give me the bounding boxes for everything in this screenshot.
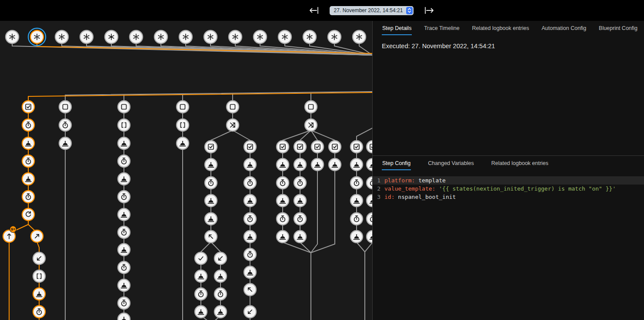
graph-node-service[interactable] xyxy=(214,306,227,318)
graph-node-timer[interactable] xyxy=(214,288,227,300)
graph-node-timer[interactable] xyxy=(118,261,130,274)
graph-node-service[interactable] xyxy=(118,137,130,149)
tab-step-details[interactable]: Step Details xyxy=(382,25,412,35)
next-run-button[interactable] xyxy=(423,6,435,15)
graph-node-square[interactable] xyxy=(227,101,239,113)
graph-node-service[interactable] xyxy=(195,270,207,282)
graph-node-square[interactable] xyxy=(305,101,317,113)
graph-node-trigger[interactable] xyxy=(254,30,267,43)
graph-node-arrow-up[interactable]: 9+ xyxy=(3,226,17,243)
previous-run-button[interactable] xyxy=(308,6,320,15)
graph-node-split[interactable] xyxy=(227,119,239,131)
graph-node-condition[interactable] xyxy=(294,141,306,153)
graph-node-service[interactable] xyxy=(244,158,256,171)
tab-related-logbook-entries[interactable]: Related logbook entries xyxy=(471,25,529,35)
graph-node-timer[interactable] xyxy=(244,213,256,225)
graph-node-service[interactable] xyxy=(244,195,256,207)
graph-node-service[interactable] xyxy=(311,158,324,171)
tab-automation-config[interactable]: Automation Config xyxy=(541,25,587,35)
graph-node-trigger[interactable] xyxy=(154,30,167,43)
graph-node-square[interactable] xyxy=(59,101,71,113)
graph-node-service[interactable] xyxy=(350,158,363,171)
graph-node-service[interactable] xyxy=(205,195,217,207)
graph-node-timer[interactable] xyxy=(118,226,130,238)
graph-node-arrow-up-right[interactable] xyxy=(31,230,43,242)
graph-node-condition[interactable] xyxy=(311,141,324,153)
graph-node-service[interactable] xyxy=(367,231,372,243)
graph-node-service[interactable] xyxy=(118,208,130,221)
graph-node-service[interactable] xyxy=(118,279,130,291)
graph-node-timer[interactable] xyxy=(118,155,130,167)
run-selector[interactable]: 27. November 2022, 14:54:21 xyxy=(330,6,414,15)
graph-node-service[interactable] xyxy=(177,137,189,149)
graph-node-repeat[interactable] xyxy=(22,208,34,221)
graph-node-service[interactable] xyxy=(294,158,306,171)
graph-node-service[interactable] xyxy=(294,195,306,207)
graph-node-trigger[interactable] xyxy=(303,30,316,43)
graph-node-trigger[interactable] xyxy=(179,30,192,43)
graph-node-trigger[interactable] xyxy=(105,30,118,43)
graph-node-trigger[interactable] xyxy=(353,30,366,43)
graph-node-service[interactable] xyxy=(329,158,341,171)
graph-node-service[interactable] xyxy=(214,270,227,282)
graph-node-timer[interactable] xyxy=(350,213,363,225)
graph-node-service[interactable] xyxy=(33,288,45,300)
graph-node-condition[interactable] xyxy=(329,141,341,153)
graph-node-check[interactable] xyxy=(195,252,207,264)
graph-node-timer[interactable] xyxy=(118,297,130,309)
tab-trace-timeline[interactable]: Trace Timeline xyxy=(424,25,460,35)
graph-node-split[interactable] xyxy=(305,119,317,131)
graph-node-trigger[interactable] xyxy=(229,30,242,43)
graph-node-service[interactable] xyxy=(118,173,130,185)
graph-node-service[interactable] xyxy=(22,137,34,149)
graph-node-timer[interactable] xyxy=(294,213,306,225)
graph-node-trigger[interactable] xyxy=(204,30,217,43)
graph-node-trigger[interactable] xyxy=(80,30,93,43)
graph-node-condition[interactable] xyxy=(277,141,289,153)
graph-node-timer[interactable] xyxy=(367,177,372,189)
graph-node-trigger[interactable] xyxy=(55,30,68,43)
graph-node-timer[interactable] xyxy=(244,248,256,261)
graph-node-timer[interactable] xyxy=(205,177,217,189)
graph-node-brackets[interactable] xyxy=(177,119,189,131)
graph-node-trigger[interactable] xyxy=(6,30,19,43)
graph-node-arrow-up-left[interactable] xyxy=(244,284,256,296)
tab-related-logbook-entries[interactable]: Related logbook entries xyxy=(491,160,549,170)
graph-node-service[interactable] xyxy=(205,213,217,225)
graph-node-timer[interactable] xyxy=(118,191,130,203)
graph-node-service[interactable] xyxy=(195,306,207,318)
graph-node-trigger[interactable] xyxy=(130,30,143,43)
graph-node-arrow-up-left[interactable] xyxy=(205,231,217,243)
tab-changed-variables[interactable]: Changed Variables xyxy=(427,160,474,170)
graph-node-arrow-down-left[interactable] xyxy=(214,252,227,264)
graph-node-timer[interactable] xyxy=(277,177,289,189)
graph-node-arrow-down-left[interactable] xyxy=(244,306,256,318)
graph-node-timer[interactable] xyxy=(59,119,71,131)
graph-node-service[interactable] xyxy=(59,137,71,149)
graph-node-timer[interactable] xyxy=(195,288,207,300)
graph-node-condition[interactable] xyxy=(244,141,256,153)
graph-node-service[interactable] xyxy=(118,313,130,320)
tab-blueprint-config[interactable]: Blueprint Config xyxy=(598,25,638,35)
graph-node-service[interactable] xyxy=(118,244,130,256)
graph-node-timer[interactable] xyxy=(367,213,372,225)
graph-node-trigger[interactable] xyxy=(278,30,291,43)
graph-node-square[interactable] xyxy=(177,101,189,113)
graph-node-timer[interactable] xyxy=(294,177,306,189)
graph-node-brackets[interactable] xyxy=(33,270,45,282)
graph-node-service[interactable] xyxy=(367,195,372,207)
graph-node-service[interactable] xyxy=(277,231,289,243)
graph-node-condition[interactable] xyxy=(22,101,34,113)
graph-node-square[interactable] xyxy=(118,101,130,113)
graph-node-service[interactable] xyxy=(350,195,363,207)
graph-node-arrow-down-left[interactable] xyxy=(33,252,45,264)
graph-node-timer[interactable] xyxy=(22,155,34,167)
graph-node-service[interactable] xyxy=(244,266,256,278)
graph-node-timer[interactable] xyxy=(22,119,34,131)
graph-node-timer[interactable] xyxy=(22,191,34,203)
graph-node-service[interactable] xyxy=(244,231,256,243)
graph-node-service[interactable] xyxy=(367,158,372,171)
graph-node-timer[interactable] xyxy=(244,177,256,189)
graph-node-service[interactable] xyxy=(22,173,34,185)
graph-node-condition[interactable] xyxy=(350,141,363,153)
